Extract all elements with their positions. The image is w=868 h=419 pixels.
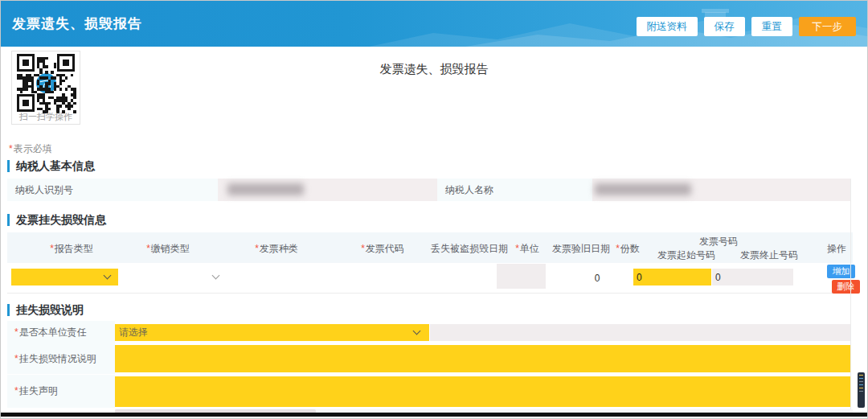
bottom-bar (1, 413, 868, 417)
col-group-invoice-number: 发票号码 (699, 235, 738, 249)
page-header: 发票遗失、损毁报告 附送资料 保存 重置 下一步 (1, 1, 867, 47)
section-title-invoice: 发票挂失损毁信息 (7, 214, 106, 226)
situation-textarea[interactable] (115, 345, 850, 372)
invoice-table-header: *报告类型 *缴销类型 *发票种类 *发票代码 丢失被盗损毁日期 *单位 发票验… (7, 232, 853, 263)
invoice-table-row: 0 增加 删除 (7, 263, 853, 294)
col-invoice-code: *发票代码 (361, 242, 404, 256)
qr-module (68, 108, 71, 111)
taxpayer-name-value (592, 179, 851, 201)
taxpayer-id-label: 纳税人识别号 (7, 179, 218, 201)
form-title: 发票遗失、损毁报告 (1, 62, 867, 77)
col-cancel-type: *缴销类型 (146, 242, 190, 256)
section-title-taxpayer: 纳税人基本信息 (7, 160, 95, 172)
redacted-value (595, 183, 691, 195)
reset-button[interactable]: 重置 (751, 17, 792, 36)
content-divider-line (850, 179, 851, 409)
responsibility-select[interactable]: 请选择 (115, 324, 429, 341)
next-step-button[interactable]: 下一步 (799, 17, 857, 36)
chevron-down-icon (413, 327, 421, 335)
page-title: 发票遗失、损毁报告 (12, 14, 142, 33)
right-dock-toolbar[interactable] (858, 372, 865, 408)
taxpayer-info-row: 纳税人识别号 纳税人名称 (7, 179, 851, 201)
section-title-statement: 挂失损毁说明 (7, 304, 84, 316)
qr-module (48, 108, 51, 111)
col-verify-date: 发票验旧日期 (552, 242, 610, 256)
qr-module (73, 102, 76, 105)
required-note: *表示必填 (9, 142, 52, 156)
col-count: *份数 (616, 242, 640, 256)
qr-module (51, 91, 54, 94)
taxpayer-name-label: 纳税人名称 (437, 179, 592, 201)
qr-module (20, 91, 23, 94)
col-end-number: 发票终止号码 (740, 249, 798, 262)
col-lost-date: 丢失被盗损毁日期 (431, 242, 508, 256)
qr-position-marker (17, 94, 35, 112)
redacted-value (227, 183, 304, 195)
responsibility-extra-input[interactable] (430, 324, 850, 341)
qr-module (73, 97, 76, 100)
col-operation: 操作 (827, 242, 846, 256)
attach-materials-button[interactable]: 附送资料 (637, 17, 698, 36)
report-type-select[interactable] (11, 269, 118, 285)
qr-module (62, 80, 65, 83)
unit-input[interactable] (497, 264, 546, 289)
chevron-down-icon (212, 272, 220, 280)
col-report-type: *报告类型 (50, 242, 93, 256)
header-actions: 附送资料 保存 重置 下一步 (637, 17, 857, 36)
chevron-down-icon (104, 272, 112, 280)
qr-caption: 扫一扫学操作 (12, 111, 80, 123)
start-number-input[interactable] (633, 269, 711, 285)
qr-module (59, 105, 63, 108)
situation-label: *挂失损毁情况说明 (7, 344, 115, 374)
app-window: 发票遗失、损毁报告 附送资料 保存 重置 下一步 扫一扫学操作 发票遗失、损毁报… (0, 0, 868, 419)
declaration-label: *挂失声明 (7, 375, 115, 408)
responsibility-label: *是否本单位责任 (7, 321, 115, 344)
col-invoice-kind: *发票种类 (255, 242, 298, 256)
qr-module (59, 82, 63, 85)
delete-row-button[interactable]: 删除 (832, 280, 860, 294)
end-number-input[interactable] (712, 269, 793, 285)
qr-module (48, 102, 51, 105)
save-button[interactable]: 保存 (704, 17, 745, 36)
qr-module (71, 105, 74, 108)
qr-module (54, 88, 57, 91)
responsibility-selected-value: 请选择 (119, 324, 148, 341)
col-start-number: 发票起始号码 (657, 249, 715, 262)
qr-module (26, 88, 29, 91)
qr-module (65, 88, 68, 91)
col-unit: *单位 (515, 242, 539, 256)
qr-module (48, 82, 51, 85)
qr-module (45, 57, 48, 60)
cancel-type-select[interactable] (200, 266, 235, 287)
declaration-textarea[interactable] (115, 376, 850, 407)
qr-module (59, 88, 63, 91)
count-value: 0 (583, 273, 612, 284)
required-asterisk: * (9, 143, 13, 154)
taxpayer-id-value (218, 179, 437, 201)
